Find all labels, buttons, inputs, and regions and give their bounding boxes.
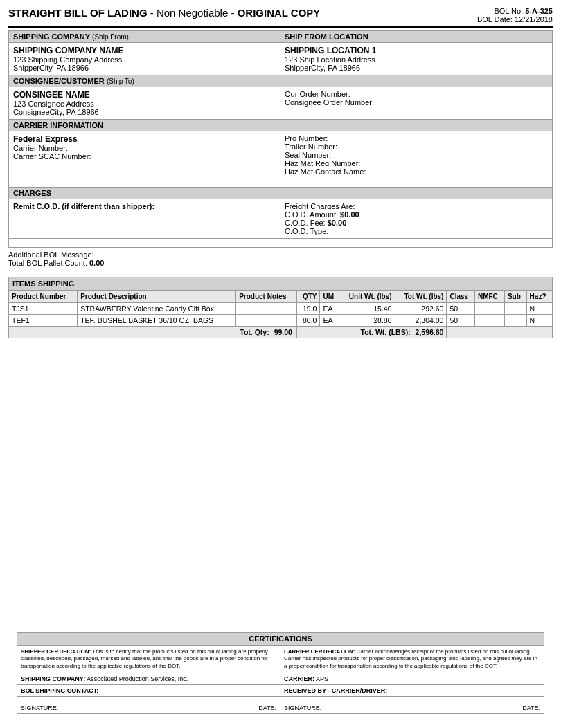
- haz-mat-reg-label: Haz Mat Reg Number:: [285, 159, 548, 167]
- col-sub: Sub: [504, 291, 526, 303]
- col-unit-wt: Unit Wt. (lbs): [339, 291, 395, 303]
- freight-label: Freight Charges Are:: [285, 202, 548, 210]
- consignee-section-sub: (Ship To): [107, 78, 134, 85]
- tot-wt-value: 2,596.60: [416, 328, 444, 336]
- ship-from-name: SHIPPING LOCATION 1: [285, 46, 548, 55]
- title-prefix: STRAIGHT BILL OF LADING: [8, 7, 148, 19]
- carrier-number-label: Carrier Number:: [13, 144, 276, 152]
- received-by-label: RECEIVED BY - CARRIER/DRIVER:: [284, 687, 387, 694]
- cell-class: 50: [447, 315, 475, 327]
- col-tot-wt: Tot Wt. (lbs): [395, 291, 447, 303]
- cell-qty: 80.0: [296, 315, 320, 327]
- pallet-count-label: Total BOL Pallet Count:: [8, 259, 87, 267]
- col-product-notes: Product Notes: [236, 291, 297, 303]
- consignee-addr2: ConsigneeCity, PA 18966: [13, 108, 276, 116]
- cert-shipping-company: SHIPPING COMPANY: Associated Production …: [17, 673, 280, 684]
- charges-left: Remit C.O.D. (if different than shipper)…: [9, 199, 280, 238]
- shipper-cert-title: SHIPPER CERTIFICATION:: [21, 648, 91, 655]
- table-row: TJS1 STRAWBERRY Valentine Candy Gift Box…: [9, 303, 553, 315]
- cert-section-label: CERTIFICATIONS: [249, 635, 312, 643]
- cell-class: 50: [447, 303, 475, 315]
- cert-sig-right: SIGNATURE: DATE:: [280, 697, 544, 713]
- carrier-right-info: Pro Number: Trailer Number: Seal Number:…: [280, 131, 552, 179]
- tot-qty-value: 99.00: [274, 328, 292, 336]
- bol-info: BOL No: 5-A-325 BOL Date: 12/21/2018: [477, 7, 553, 24]
- cod-fee-value: $0.00: [328, 219, 347, 227]
- bol-no-label: BOL No:: [494, 7, 523, 15]
- sc-section-label: SHIPPING COMPANY: [13, 33, 90, 41]
- col-nmfc: NMFC: [474, 291, 504, 303]
- consignee-addr1: 123 Consignee Address: [13, 100, 276, 108]
- cert-text-row: SHIPPER CERTIFICATION: This is to certif…: [17, 645, 544, 673]
- sc-section-sub: (Ship From): [92, 33, 129, 41]
- cell-sub: [504, 303, 526, 315]
- bol-message-label: Additional BOL Message:: [8, 251, 94, 259]
- cell-product-number: TJS1: [9, 303, 78, 315]
- remit-label: Remit C.O.D. (if different than shipper)…: [13, 202, 154, 210]
- cert-carrier: CARRIER: APS: [280, 673, 544, 684]
- cert-received-by: RECEIVED BY - CARRIER/DRIVER:: [280, 685, 544, 696]
- cell-product-notes: [236, 303, 297, 315]
- tot-qty-label: Tot. Qty:: [240, 328, 269, 336]
- sig-right-date: DATE:: [522, 704, 540, 711]
- cod-amount: C.O.D. Amount: $0.00: [285, 210, 548, 219]
- bol-message: Additional BOL Message:: [8, 251, 553, 259]
- our-order-label: Our Order Number:: [285, 90, 548, 98]
- cert-contact-row: BOL SHIPPING CONTACT: RECEIVED BY - CARR…: [17, 684, 544, 696]
- cod-fee: C.O.D. Fee: $0.00: [285, 219, 548, 227]
- col-product-description: Product Description: [78, 291, 236, 303]
- consignee-order-label: Consignee Order Number:: [285, 98, 548, 107]
- bol-date-label: BOL Date:: [477, 15, 513, 24]
- cell-tot-wt: 292.60: [395, 303, 447, 315]
- tot-wt-label: Tot. Wt. (LBS):: [361, 328, 411, 336]
- charges-section-label: CHARGES: [13, 189, 51, 197]
- shipping-company-name: SHIPPING COMPANY NAME: [13, 46, 276, 55]
- cell-tot-wt: 2,304.00: [395, 315, 447, 327]
- sig-left-date: DATE:: [258, 704, 276, 711]
- cell-product-number: TEF1: [9, 315, 78, 327]
- carrier-left-info: Federal Express Carrier Number: Carrier …: [9, 131, 280, 179]
- cell-product-description: STRAWBERRY Valentine Candy Gift Box: [78, 303, 236, 315]
- cod-amount-value: $0.00: [340, 210, 359, 219]
- shipping-company-info: SHIPPING COMPANY NAME 123 Shipping Compa…: [9, 43, 280, 75]
- seal-number-label: Seal Number:: [285, 151, 548, 159]
- col-qty: QTY: [296, 291, 320, 303]
- cell-haz: N: [526, 315, 552, 327]
- cert-signature-row: SIGNATURE: DATE: SIGNATURE: DATE:: [17, 696, 544, 714]
- cod-amount-label: C.O.D. Amount:: [285, 210, 338, 219]
- sf-section-label: SHIP FROM LOCATION: [285, 33, 368, 41]
- cert-carrier-label: CARRIER:: [284, 675, 314, 682]
- items-section-label: ITEMS SHIPPING: [12, 280, 74, 288]
- cod-type-label: C.O.D. Type:: [285, 227, 548, 235]
- cell-sub: [504, 315, 526, 327]
- cert-header: CERTIFICATIONS: [17, 632, 544, 645]
- cert-bol-contact: BOL SHIPPING CONTACT:: [17, 685, 280, 696]
- sig-right-label: SIGNATURE:: [284, 704, 321, 711]
- cert-sc-label: SHIPPING COMPANY:: [21, 675, 85, 682]
- bol-no-value: 5-A-325: [525, 7, 553, 15]
- col-product-number: Product Number: [9, 291, 78, 303]
- ship-from-addr2: ShipperCity, PA 18966: [285, 64, 548, 72]
- cod-fee-label: C.O.D. Fee:: [285, 219, 326, 227]
- shipping-company-addr1: 123 Shipping Company Address: [13, 55, 276, 64]
- consignee-info: CONSINGEE NAME 123 Consignee Address Con…: [9, 87, 280, 119]
- cert-carrier-value: APS: [316, 675, 328, 682]
- cell-nmfc: [474, 315, 504, 327]
- pallet-count-value: 0.00: [89, 259, 104, 267]
- table-row: TEF1 TEF. BUSHEL BASKET 36/10 OZ. BAGS 8…: [9, 315, 553, 327]
- document-header: STRAIGHT BILL OF LADING - Non Negotiable…: [8, 7, 553, 28]
- title-suffix: ORIGINAL COPY: [238, 7, 321, 19]
- pallet-count: Total BOL Pallet Count: 0.00: [8, 259, 553, 267]
- consignee-section-label: CONSIGNEE/CUSTOMER: [13, 77, 105, 85]
- order-info: Our Order Number: Consignee Order Number…: [280, 87, 552, 119]
- cell-product-description: TEF. BUSHEL BASKET 36/10 OZ. BAGS: [78, 315, 236, 327]
- cert-sig-left: SIGNATURE: DATE:: [17, 697, 280, 713]
- haz-mat-contact-label: Haz Mat Contact Name:: [285, 167, 548, 176]
- certifications-section: CERTIFICATIONS SHIPPER CERTIFICATION: Th…: [17, 632, 544, 714]
- cell-haz: N: [526, 303, 552, 315]
- carrier-scac-label: Carrier SCAC Number:: [13, 152, 276, 161]
- additional-info: Additional BOL Message: Total BOL Pallet…: [8, 248, 553, 270]
- cell-unit-wt: 15.40: [339, 303, 395, 315]
- col-um: UM: [320, 291, 339, 303]
- shipper-cert: SHIPPER CERTIFICATION: This is to certif…: [17, 646, 280, 673]
